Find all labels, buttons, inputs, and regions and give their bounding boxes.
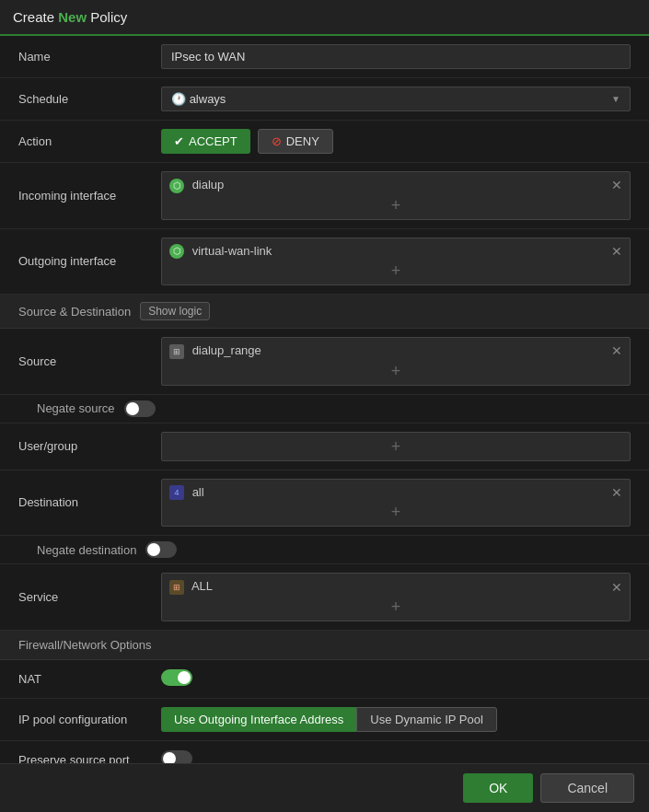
cancel-button[interactable]: Cancel xyxy=(540,773,634,803)
name-input[interactable] xyxy=(161,44,631,69)
nat-label: NAT xyxy=(18,672,161,686)
user-group-row: User/group + xyxy=(0,423,649,470)
name-row: Name xyxy=(0,36,649,78)
source-wrapper: ⊞ dialup_range ✕ + xyxy=(161,337,631,386)
outgoing-interface-box[interactable]: ⬡ virtual-wan-link ✕ + xyxy=(161,238,631,286)
remove-incoming-icon[interactable]: ✕ xyxy=(611,178,622,192)
show-logic-button[interactable]: Show logic xyxy=(140,302,210,320)
incoming-interface-tag: ⬡ dialup ✕ xyxy=(169,176,622,195)
negate-destination-toggle[interactable] xyxy=(145,541,177,558)
action-row: Action ACCEPT DENY xyxy=(0,121,649,163)
outgoing-interface-row: Outgoing interface ⬡ virtual-wan-link ✕ … xyxy=(0,229,649,296)
source-destination-header: Source & Destination Show logic xyxy=(0,295,649,329)
use-outgoing-interface-button[interactable]: Use Outgoing Interface Address xyxy=(161,707,356,732)
destination-wrapper: 4 all ✕ + xyxy=(161,479,631,528)
clock-icon xyxy=(171,92,186,106)
firewall-options-header: Firewall/Network Options xyxy=(0,631,649,660)
page-title: Create New Policy xyxy=(13,9,127,25)
name-label: Name xyxy=(18,50,161,64)
outgoing-interface-wrapper: ⬡ virtual-wan-link ✕ + xyxy=(161,238,631,286)
remove-source-icon[interactable]: ✕ xyxy=(611,343,622,358)
service-icon: ⊞ xyxy=(169,580,184,595)
ip-pool-row: IP pool configuration Use Outgoing Inter… xyxy=(0,699,649,741)
add-outgoing-button[interactable]: + xyxy=(169,261,622,281)
page-header: Create New Policy xyxy=(0,0,649,36)
ban-icon xyxy=(272,134,282,148)
source-row: Source ⊞ dialup_range ✕ + xyxy=(0,329,649,395)
source-icon: ⊞ xyxy=(169,344,184,359)
schedule-select[interactable]: always ▼ xyxy=(161,87,631,111)
use-dynamic-ip-pool-button[interactable]: Use Dynamic IP Pool xyxy=(356,707,497,732)
outgoing-interface-label: Outgoing interface xyxy=(18,254,161,268)
service-label: Service xyxy=(18,590,161,604)
service-tag: ⊞ ALL ✕ xyxy=(169,577,622,597)
name-field-wrapper xyxy=(161,44,631,69)
schedule-select-wrapper: always ▼ xyxy=(161,87,631,111)
deny-button[interactable]: DENY xyxy=(258,129,333,154)
negate-destination-row: Negate destination xyxy=(0,536,649,564)
remove-destination-icon[interactable]: ✕ xyxy=(611,485,622,500)
user-group-label: User/group xyxy=(18,439,161,453)
action-label: Action xyxy=(18,134,161,148)
nat-row: NAT xyxy=(0,660,649,699)
ip-pool-label: IP pool configuration xyxy=(18,713,161,726)
service-wrapper: ⊞ ALL ✕ + xyxy=(161,573,631,621)
user-group-wrapper: + xyxy=(161,432,631,461)
source-label: Source xyxy=(18,354,161,368)
add-source-button[interactable]: + xyxy=(169,361,622,381)
action-buttons: ACCEPT DENY xyxy=(161,129,631,154)
nat-toggle-wrapper xyxy=(161,669,631,689)
incoming-interface-wrapper: ⬡ dialup ✕ + xyxy=(161,171,631,220)
source-box[interactable]: ⊞ dialup_range ✕ + xyxy=(161,337,631,386)
add-incoming-button[interactable]: + xyxy=(169,195,622,215)
incoming-interface-label: Incoming interface xyxy=(18,189,161,203)
interface-icon: ⬡ xyxy=(169,244,184,259)
add-user-group-button[interactable]: + xyxy=(169,436,622,457)
remove-outgoing-icon[interactable]: ✕ xyxy=(611,244,622,259)
negate-source-row: Negate source xyxy=(0,395,649,423)
add-service-button[interactable]: + xyxy=(169,597,622,617)
destination-label: Destination xyxy=(18,495,161,509)
schedule-row: Schedule always ▼ xyxy=(0,78,649,121)
schedule-label: Schedule xyxy=(18,92,161,106)
ok-button[interactable]: OK xyxy=(463,773,533,803)
negate-source-label: Negate source xyxy=(37,401,115,415)
remove-service-icon[interactable]: ✕ xyxy=(611,580,622,595)
service-row: Service ⊞ ALL ✕ + xyxy=(0,564,649,631)
service-box[interactable]: ⊞ ALL ✕ + xyxy=(161,573,631,621)
chevron-down-icon: ▼ xyxy=(611,94,620,104)
negate-source-toggle[interactable] xyxy=(124,400,156,417)
ip-pool-buttons: Use Outgoing Interface Address Use Dynam… xyxy=(161,707,631,732)
incoming-interface-box[interactable]: ⬡ dialup ✕ + xyxy=(161,171,631,220)
destination-box[interactable]: 4 all ✕ + xyxy=(161,479,631,528)
negate-destination-label: Negate destination xyxy=(37,543,136,557)
destination-icon: 4 xyxy=(169,485,184,500)
outgoing-interface-tag: ⬡ virtual-wan-link ✕ xyxy=(169,242,622,261)
add-destination-button[interactable]: + xyxy=(169,502,622,522)
accept-button[interactable]: ACCEPT xyxy=(161,129,250,154)
user-group-box[interactable]: + xyxy=(161,432,631,461)
destination-row: Destination 4 all ✕ + xyxy=(0,470,649,537)
destination-tag: 4 all ✕ xyxy=(169,483,622,503)
check-icon xyxy=(174,134,184,148)
nat-toggle[interactable] xyxy=(161,669,192,686)
source-tag: ⊞ dialup_range ✕ xyxy=(169,342,622,361)
incoming-interface-row: Incoming interface ⬡ dialup ✕ + xyxy=(0,163,649,229)
form-body: Name Schedule always ▼ Action ACCEPT xyxy=(0,36,649,780)
interface-icon: ⬡ xyxy=(169,179,184,193)
footer-buttons: OK Cancel xyxy=(0,763,649,812)
